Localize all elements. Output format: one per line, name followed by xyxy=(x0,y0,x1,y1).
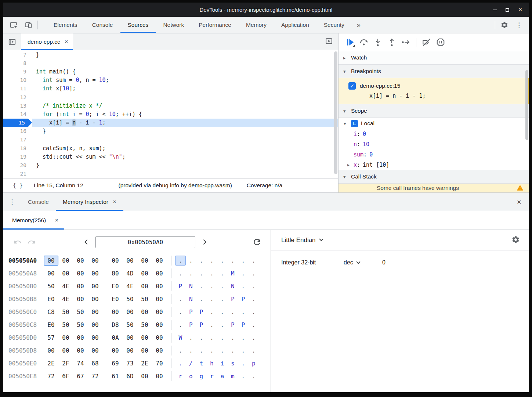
hex-byte[interactable]: 00 xyxy=(152,268,167,278)
line-number[interactable]: 14 xyxy=(3,110,32,118)
ascii-char[interactable]: . xyxy=(186,333,196,343)
hex-byte[interactable]: 00 xyxy=(152,371,167,381)
hex-byte[interactable]: 00 xyxy=(58,333,73,343)
wasm-file-link[interactable]: demo-cpp.wasm xyxy=(188,182,230,188)
deactivate-breakpoints-button[interactable] xyxy=(420,35,434,49)
drawer-tab-memory-inspector[interactable]: Memory Inspector × xyxy=(56,193,123,211)
ascii-char[interactable]: . xyxy=(207,256,217,266)
ascii-char[interactable]: t xyxy=(196,358,207,368)
ascii-char[interactable]: . xyxy=(196,268,207,278)
hex-byte[interactable]: 00 xyxy=(152,346,167,356)
file-tab-demo-cpp[interactable]: demo-cpp.cc × xyxy=(21,33,73,50)
tab-console[interactable]: Console xyxy=(85,17,120,33)
close-drawer-button[interactable]: × xyxy=(510,193,529,211)
hex-byte[interactable]: C8 xyxy=(44,307,58,317)
format-select[interactable]: dec xyxy=(344,259,382,266)
sidebar-scrollbar[interactable] xyxy=(525,70,528,140)
more-tabs-button[interactable]: » xyxy=(352,17,366,33)
ascii-char[interactable]: . xyxy=(217,294,228,304)
pause-on-exceptions-button[interactable] xyxy=(434,35,448,49)
ascii-char[interactable]: s xyxy=(228,358,238,368)
refresh-button[interactable] xyxy=(252,237,262,247)
ascii-char[interactable]: . xyxy=(238,358,249,368)
ascii-char[interactable]: . xyxy=(175,294,186,304)
ascii-char[interactable]: . xyxy=(207,268,217,278)
hex-byte[interactable]: 4E xyxy=(123,281,137,291)
hex-byte[interactable]: 6F xyxy=(58,371,73,381)
hex-byte[interactable]: 00 xyxy=(137,281,152,291)
hex-byte[interactable]: 00 xyxy=(108,346,123,356)
hex-byte[interactable]: 57 xyxy=(44,333,58,343)
hex-byte[interactable]: 67 xyxy=(73,371,88,381)
ascii-char[interactable]: P xyxy=(186,307,196,317)
ascii-char[interactable]: . xyxy=(196,333,207,343)
hex-byte[interactable]: 00 xyxy=(73,256,88,266)
ascii-char[interactable]: M xyxy=(228,268,238,278)
close-memory-inspector-icon[interactable]: × xyxy=(113,198,116,206)
hex-byte[interactable]: 00 xyxy=(58,346,73,356)
endianness-select[interactable]: Little Endian xyxy=(281,237,323,244)
hex-byte[interactable]: 00 xyxy=(73,281,88,291)
close-file-tab-icon[interactable]: × xyxy=(65,38,68,46)
breakpoint-checkbox[interactable]: ✓ xyxy=(348,82,356,90)
ascii-char[interactable]: . xyxy=(186,256,196,266)
scope-variable-x[interactable]: ▸x:int [10] xyxy=(339,160,529,170)
hex-byte[interactable]: 2E xyxy=(44,358,58,368)
hex-byte[interactable]: 00 xyxy=(88,333,102,343)
inspect-button[interactable] xyxy=(6,17,21,33)
tab-security[interactable]: Security xyxy=(316,17,352,33)
tab-memory[interactable]: Memory xyxy=(239,17,274,33)
hex-byte[interactable]: 00 xyxy=(137,268,152,278)
ascii-char[interactable]: . xyxy=(238,281,249,291)
ascii-char[interactable]: . xyxy=(175,307,186,317)
memory-256-tab[interactable]: Memory(256) × xyxy=(3,211,64,230)
ascii-char[interactable]: g xyxy=(196,371,207,381)
hex-byte[interactable]: 00 xyxy=(44,346,58,356)
breakpoints-section-header[interactable]: ▾ Breakpoints xyxy=(339,65,529,78)
line-number[interactable]: 9 xyxy=(3,67,32,76)
hex-byte[interactable]: 2F xyxy=(58,358,73,368)
hex-byte[interactable]: 00 xyxy=(137,346,152,356)
ascii-char[interactable]: a xyxy=(217,371,228,381)
breakpoint-marker[interactable]: 15 xyxy=(3,119,32,127)
ascii-char[interactable]: . xyxy=(238,256,249,266)
hex-byte[interactable]: 68 xyxy=(88,358,102,368)
main-menu-button[interactable]: ⋮ xyxy=(512,17,526,33)
hex-byte[interactable]: 50 xyxy=(123,294,137,304)
hex-byte[interactable]: 50 xyxy=(137,320,152,330)
show-navigator-button[interactable] xyxy=(3,33,21,50)
ascii-char[interactable]: . xyxy=(175,256,186,266)
tab-performance[interactable]: Performance xyxy=(191,17,239,33)
hex-byte[interactable]: 4E xyxy=(58,281,73,291)
hex-byte[interactable]: 00 xyxy=(152,333,167,343)
hex-byte[interactable]: 6D xyxy=(123,371,137,381)
ascii-char[interactable]: . xyxy=(207,294,217,304)
hex-byte[interactable]: 00 xyxy=(108,256,123,266)
line-number[interactable]: 16 xyxy=(3,127,32,136)
scope-local-row[interactable]: ▾ L Local xyxy=(339,118,529,129)
line-number[interactable]: 7 xyxy=(3,50,32,59)
ascii-char[interactable]: . xyxy=(207,307,217,317)
previous-page-button[interactable] xyxy=(82,237,92,247)
line-number[interactable]: 21 xyxy=(3,170,32,178)
hex-byte[interactable]: 00 xyxy=(137,307,152,317)
hex-byte[interactable]: 00 xyxy=(123,346,137,356)
hex-byte[interactable]: 00 xyxy=(88,307,102,317)
ascii-char[interactable]: N xyxy=(186,294,196,304)
ascii-char[interactable]: . xyxy=(196,281,207,291)
ascii-char[interactable]: . xyxy=(249,346,259,356)
hex-byte[interactable]: 00 xyxy=(88,294,102,304)
tab-elements[interactable]: Elements xyxy=(46,17,85,33)
ascii-char[interactable]: . xyxy=(217,307,228,317)
tab-application[interactable]: Application xyxy=(274,17,316,33)
ascii-char[interactable]: P xyxy=(238,294,249,304)
hex-byte[interactable]: 00 xyxy=(152,281,167,291)
tab-sources[interactable]: Sources xyxy=(120,17,156,33)
ascii-char[interactable]: . xyxy=(175,346,186,356)
hex-byte[interactable]: 50 xyxy=(58,307,73,317)
ascii-char[interactable]: . xyxy=(238,346,249,356)
line-number[interactable]: 11 xyxy=(3,84,32,93)
history-forward-button[interactable] xyxy=(27,237,36,247)
ascii-char[interactable]: . xyxy=(217,346,228,356)
hex-byte[interactable]: 2E xyxy=(137,358,152,368)
